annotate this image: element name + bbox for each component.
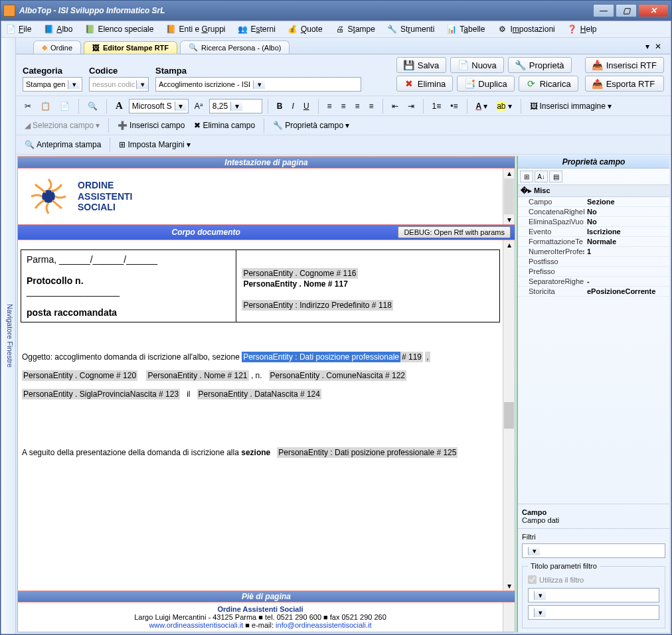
footer-scrollbar[interactable]	[503, 602, 515, 632]
menu-stampe[interactable]: 🖨Stampe	[335, 24, 375, 35]
footer-mail-link[interactable]: info@ordineassistentisociali.it	[276, 621, 371, 629]
field-cognome-120[interactable]: PersonaEntity . Cognome # 120	[22, 370, 137, 381]
field-dati-pos-119-selected[interactable]: PersonaEntity : Dati posizione professio…	[242, 352, 400, 362]
field-data-124[interactable]: PersonaEntity . DataNascita # 124	[197, 389, 321, 399]
codice-label: Codice	[89, 66, 149, 76]
menu-file[interactable]: 📄File	[5, 24, 31, 35]
tab-editor-stampe[interactable]: 🖼Editor Stampe RTF	[84, 41, 177, 54]
field-trail-1: ,	[425, 352, 430, 362]
tab-ricerca-persona[interactable]: 🔍Ricerca Persona - (Albo)	[180, 40, 290, 54]
maximize-button[interactable]: ▢	[616, 4, 637, 17]
field-n119[interactable]: # 119	[400, 352, 423, 362]
seleziona-campo-button[interactable]: ◢ Seleziona campo ▾	[21, 119, 103, 132]
minimize-button[interactable]: —	[593, 4, 614, 17]
anteprima-button[interactable]: 🔍 Anteprima stampa	[21, 138, 104, 151]
field-comune-122[interactable]: PersonaEntity . ComuneNascita # 122	[269, 370, 406, 381]
esporta-rtf-button[interactable]: 📤Esporta RTF	[585, 76, 664, 92]
font-family-combo[interactable]: Microsoft S▾	[129, 99, 189, 113]
debug-open-rtf-button[interactable]: DEBUG: Open Rtf with params	[398, 226, 511, 238]
salva-button[interactable]: 💾Salva	[396, 57, 447, 73]
titlebar: AlboTop - ISI Sviluppo Informatico SrL —…	[1, 1, 671, 21]
align-justify-button[interactable]: ≡	[366, 100, 377, 113]
inserisci-rtf-button[interactable]: 📥Inserisci RTF	[585, 57, 664, 73]
highlight-button[interactable]: ab▾	[493, 100, 515, 113]
list-number-button[interactable]: 1≡	[429, 100, 445, 113]
insert-image-button[interactable]: 🖼 Inserisci immagine ▾	[527, 100, 615, 113]
propgrid-pages-button[interactable]: ▤	[549, 171, 562, 182]
menu-enti-gruppi[interactable]: 📙Enti e Gruppi	[165, 24, 225, 35]
proprieta-button[interactable]: 🔧Proprietà	[508, 57, 572, 73]
find-button[interactable]: 🔍	[84, 100, 101, 113]
tab-ordine[interactable]: ◆Ordine	[33, 40, 81, 54]
field-cognome-116[interactable]: PersonaEntity . Cognome # 116	[242, 268, 357, 279]
menu-quote[interactable]: 💰Quote	[288, 24, 323, 35]
filtro-combo[interactable]: ▾	[522, 543, 665, 558]
close-button[interactable]: ✕	[638, 4, 669, 17]
menu-impostazioni[interactable]: ⚙Impostazioni	[497, 24, 554, 35]
format-toolbar: ✂ 📋 📄 🔍 A Microsoft S▾ Aᵃ 8,25▾ B I U ≡	[16, 96, 671, 116]
outdent-button[interactable]: ⇤	[388, 100, 402, 113]
field-toolbar: ◢ Seleziona campo ▾ ➕ Inserisci campo ✖ …	[16, 116, 671, 135]
tab-close-button[interactable]: ✕	[655, 42, 661, 51]
margini-button[interactable]: ⊞ Imposta Margini ▾	[116, 138, 193, 151]
propgrid-categorized-button[interactable]: ⊞	[520, 171, 533, 182]
font-style-button[interactable]: A	[112, 98, 126, 113]
field-nome-117[interactable]: PersonaEntity . Nome # 117	[242, 279, 349, 289]
elimina-campo-button[interactable]: ✖ Elimina campo	[191, 119, 258, 132]
field-sigla-123[interactable]: PersonaEntity . SiglaProvinciaNascita # …	[22, 389, 180, 399]
header-scrollbar[interactable]: ▴▾	[503, 169, 515, 224]
stampa-combo[interactable]: Accoglimento iscrizione - ISI▾	[155, 77, 361, 92]
italic-button[interactable]: I	[289, 100, 297, 113]
menu-albo[interactable]: 📘Albo	[43, 24, 72, 35]
property-grid[interactable]: �▸ Misc CampoSezione ConcatenaRigheINo E…	[518, 185, 669, 297]
inserisci-campo-button[interactable]: ➕ Inserisci campo	[114, 119, 188, 132]
letter-il: il	[187, 389, 190, 399]
menu-tabelle[interactable]: 📊Tabelle	[446, 24, 485, 35]
window-title: AlboTop - ISI Sviluppo Informatico SrL	[19, 6, 165, 15]
document-pane: Intestazione di pagina ORDINE ASSISTE	[17, 156, 515, 632]
menu-elenco-speciale[interactable]: 📗Elenco speciale	[84, 24, 153, 35]
paste-button[interactable]: 📄	[56, 100, 73, 113]
copy-button[interactable]: 📋	[37, 100, 54, 113]
field-nome-121[interactable]: PersonaEntity . Nome # 121	[146, 370, 248, 381]
menu-strumenti[interactable]: 🔧Strumenti	[387, 24, 434, 35]
org-line1: ORDINE	[78, 180, 132, 191]
categoria-combo[interactable]: Stampa gen▾	[23, 77, 82, 92]
left-dock-tab[interactable]: Navigatore Finestre	[1, 38, 16, 634]
seguito-text: A seguito della presentazione della doma…	[22, 448, 239, 457]
field-indirizzo-118[interactable]: PersonaEntity : Indirizzo Predefinito # …	[242, 300, 392, 311]
body-scrollbar[interactable]: ▴▾	[503, 240, 515, 591]
utilizza-filtro-checkbox: Utilizza il filtro	[528, 575, 659, 584]
font-size-combo[interactable]: 8,25▾	[209, 99, 262, 113]
filtro-param2-combo: ▾	[528, 605, 659, 620]
font-size-icon[interactable]: Aᵃ	[191, 100, 207, 113]
align-left-button[interactable]: ≡	[324, 100, 335, 113]
align-right-button[interactable]: ≡	[352, 100, 363, 113]
tab-menu-button[interactable]: ▾	[645, 42, 649, 51]
footer-addr: Largo Luigi Mercantini - 43125 Parma ■ t…	[134, 613, 386, 621]
elimina-button[interactable]: ✖Elimina	[396, 76, 454, 92]
propgrid-alpha-button[interactable]: A↓	[535, 171, 548, 182]
menu-esterni[interactable]: 👥Esterni	[238, 24, 276, 35]
field-dati-125[interactable]: PersonaEntity : Dati posizione professio…	[277, 447, 458, 458]
align-center-button[interactable]: ≡	[338, 100, 349, 113]
cut-button[interactable]: ✂	[21, 100, 35, 113]
nuova-button[interactable]: 📄Nuova	[450, 57, 504, 73]
proprieta-campo-button[interactable]: 🔧 Proprietà campo ▾	[270, 119, 353, 132]
menu-help[interactable]: ❓Help	[567, 24, 597, 35]
section-body-bar: Corpo documento	[18, 228, 394, 237]
sezione-text: sezione	[241, 448, 270, 457]
duplica-button[interactable]: 📑Duplica	[457, 76, 514, 92]
list-bullet-button[interactable]: •≡	[447, 100, 461, 113]
ricarica-button[interactable]: ⟳Ricarica	[519, 76, 578, 92]
letter-virg-n: , n.	[251, 371, 262, 380]
app-icon	[3, 5, 15, 17]
font-color-button[interactable]: A▾	[473, 100, 491, 113]
indent-button[interactable]: ⇥	[404, 100, 418, 113]
document-body[interactable]: Parma, ______/______/______ Protocollo n…	[18, 240, 503, 591]
section-footer-bar: Piè di pagina	[18, 591, 515, 602]
codice-combo[interactable]: nessun codic▾	[89, 77, 149, 92]
footer-web-link[interactable]: www.ordineassistentisociali.it	[149, 621, 243, 629]
bold-button[interactable]: B	[274, 100, 286, 113]
underline-button[interactable]: U	[300, 100, 313, 113]
